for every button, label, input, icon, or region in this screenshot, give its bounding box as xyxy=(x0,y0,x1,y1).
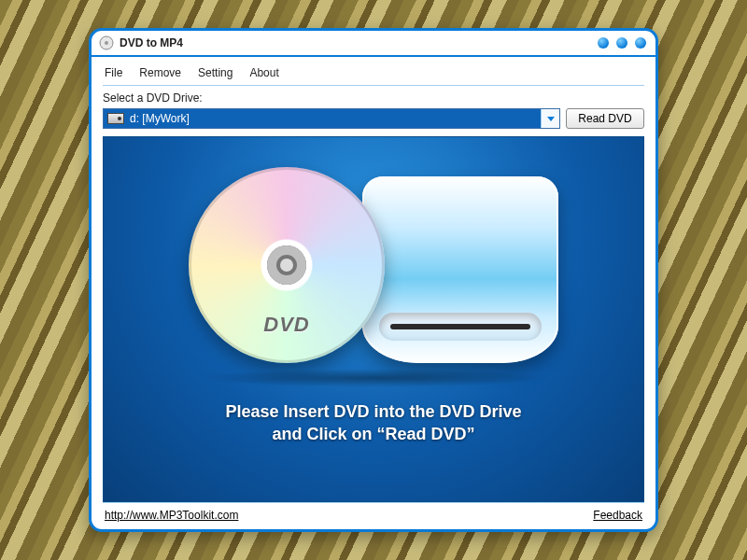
drive-select-label: Select a DVD Drive: xyxy=(103,91,644,105)
drive-icon xyxy=(107,113,124,124)
window-title: DVD to MP4 xyxy=(120,36,183,49)
titlebar: DVD to MP4 xyxy=(92,31,655,57)
drive-combobox[interactable]: d: [MyWork] xyxy=(103,108,560,129)
window-controls xyxy=(598,37,646,49)
instruction-text: Please Insert DVD into the DVD Drive and… xyxy=(206,400,540,459)
svg-point-1 xyxy=(105,41,108,45)
footer-feedback-link[interactable]: Feedback xyxy=(593,509,642,522)
dvd-disc-icon: DVD xyxy=(189,167,385,363)
app-icon xyxy=(99,35,114,50)
drive-selected-value: d: [MyWork] xyxy=(130,112,190,125)
menu-setting[interactable]: Setting xyxy=(198,66,233,79)
instruction-line2: and Click on “Read DVD” xyxy=(225,423,521,445)
chevron-down-icon[interactable] xyxy=(541,109,559,128)
footer-url-link[interactable]: http://www.MP3Toolkit.com xyxy=(105,509,238,522)
footer: http://www.MP3Toolkit.com Feedback xyxy=(103,502,644,524)
artwork-shadow xyxy=(196,369,551,387)
client-area: File Remove Setting About Select a DVD D… xyxy=(92,57,655,529)
artwork: DVD xyxy=(189,167,558,363)
instruction-line1: Please Insert DVD into the DVD Drive xyxy=(225,400,521,423)
app-window: DVD to MP4 File Remove Setting About Sel… xyxy=(89,28,658,532)
close-dot[interactable] xyxy=(635,37,646,49)
menu-about[interactable]: About xyxy=(249,66,278,79)
maximize-dot[interactable] xyxy=(616,37,627,49)
menu-file[interactable]: File xyxy=(105,66,122,79)
menu-remove[interactable]: Remove xyxy=(139,66,181,79)
drive-row: d: [MyWork] Read DVD xyxy=(103,108,644,129)
stage-panel: DVD Please Insert DVD into the DVD Drive… xyxy=(103,136,644,502)
dvd-disc-label: DVD xyxy=(263,313,309,337)
dvd-drive-icon xyxy=(362,176,558,363)
menubar: File Remove Setting About xyxy=(103,64,644,86)
read-dvd-button[interactable]: Read DVD xyxy=(566,108,644,129)
minimize-dot[interactable] xyxy=(598,37,609,49)
